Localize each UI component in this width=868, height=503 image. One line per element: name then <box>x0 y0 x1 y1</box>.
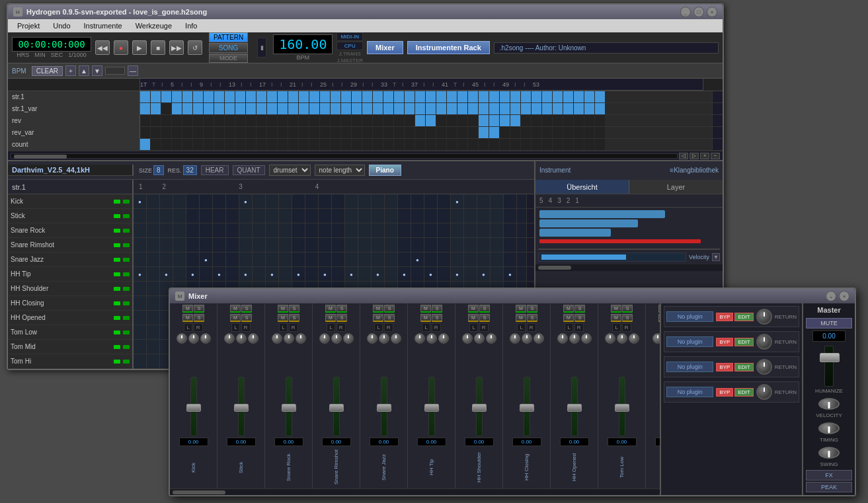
ch-s-btn-3[interactable]: S <box>336 305 347 313</box>
led-green-3[interactable] <box>114 243 120 247</box>
led-green-6[interactable] <box>114 287 120 291</box>
ch-knob-2-1[interactable] <box>248 333 258 344</box>
rec-button[interactable]: ● <box>114 40 128 55</box>
maximize-button[interactable]: □ <box>693 7 704 17</box>
track-cell[interactable] <box>182 139 193 150</box>
ch-m-btn-1[interactable]: M <box>230 305 241 313</box>
track-cell[interactable] <box>584 115 595 126</box>
master-fx-btn[interactable]: FX <box>806 470 852 481</box>
drum-beat[interactable] <box>160 194 173 208</box>
drum-beat[interactable] <box>239 267 253 281</box>
drum-beat[interactable] <box>385 194 398 208</box>
track-cells-2[interactable] <box>140 115 712 126</box>
ch-knob-1-7[interactable] <box>522 333 532 344</box>
led-green-2[interactable] <box>114 229 120 233</box>
led-green-1[interactable] <box>114 214 120 218</box>
ch-fader-handle-0[interactable] <box>186 404 201 412</box>
drum-beat[interactable] <box>438 267 451 281</box>
ch-fader-track-2[interactable] <box>286 377 292 436</box>
led-green-9[interactable] <box>114 330 120 334</box>
drum-beat[interactable] <box>213 252 226 266</box>
drum-beat[interactable] <box>266 252 279 266</box>
ch-knob-1-1[interactable] <box>236 333 247 344</box>
ch-s-btn2-0[interactable]: S <box>194 314 204 322</box>
ch-knob-2-6[interactable] <box>486 333 496 344</box>
piano-button[interactable]: Piano <box>369 165 401 176</box>
drum-beat[interactable] <box>385 238 398 252</box>
down-button[interactable]: ▼ <box>92 65 102 76</box>
drum-beat[interactable] <box>253 267 266 281</box>
drum-beat[interactable] <box>372 223 385 237</box>
color-picker[interactable] <box>105 67 125 75</box>
drum-beat[interactable] <box>160 252 173 266</box>
track-cell[interactable] <box>394 127 405 138</box>
track-cell[interactable] <box>309 91 320 102</box>
track-cell[interactable] <box>415 127 426 138</box>
drum-beat[interactable] <box>173 209 186 223</box>
ch-knob-2-7[interactable] <box>533 333 544 344</box>
track-cell[interactable] <box>542 139 553 150</box>
scroll-plus-btn[interactable]: + <box>700 153 709 159</box>
track-cell[interactable] <box>193 127 204 138</box>
ch-m-btn2-3[interactable]: M <box>325 314 336 322</box>
track-cell[interactable] <box>383 127 394 138</box>
quant-button[interactable]: QUANT <box>233 165 265 175</box>
ch-s-btn2-2[interactable]: S <box>289 314 299 322</box>
drum-beat[interactable] <box>266 267 279 281</box>
drum-beat[interactable] <box>134 209 147 223</box>
ch-fader-track-9[interactable] <box>619 377 625 436</box>
drum-beat[interactable] <box>504 223 517 237</box>
fx-byp-btn-1[interactable]: BYP <box>716 338 733 346</box>
drum-beat[interactable] <box>398 238 411 252</box>
track-cell[interactable] <box>140 103 151 114</box>
track-cell[interactable] <box>225 103 235 114</box>
ch-s-btn-7[interactable]: S <box>527 305 537 313</box>
play-button[interactable]: ▶ <box>132 40 147 55</box>
ch-m-btn2-0[interactable]: M <box>182 314 193 322</box>
drum-beat[interactable] <box>239 209 253 223</box>
drum-beat[interactable] <box>504 267 517 281</box>
drum-beat[interactable] <box>279 267 292 281</box>
ch-s-btn-5[interactable]: S <box>432 305 442 313</box>
ch-m-btn-7[interactable]: M <box>516 305 526 313</box>
track-cell[interactable] <box>256 115 267 126</box>
drum-beat[interactable] <box>464 267 477 281</box>
drum-beat[interactable] <box>160 238 173 252</box>
track-cell[interactable] <box>204 139 214 150</box>
drum-beat[interactable] <box>305 267 319 281</box>
drum-beat[interactable] <box>345 267 358 281</box>
track-cell[interactable] <box>256 103 267 114</box>
scroll-left-btn[interactable]: ◁ <box>679 153 688 159</box>
track-cell[interactable] <box>362 127 373 138</box>
drum-beat[interactable] <box>226 238 239 252</box>
drum-beat[interactable] <box>160 209 173 223</box>
drum-beat[interactable] <box>438 209 451 223</box>
track-cell[interactable] <box>331 103 341 114</box>
drum-beat[interactable] <box>411 194 424 208</box>
track-cell[interactable] <box>140 115 151 126</box>
track-cell[interactable] <box>256 91 267 102</box>
track-cell[interactable] <box>574 91 584 102</box>
track-cell[interactable] <box>426 115 436 126</box>
track-cell[interactable] <box>436 115 447 126</box>
track-cell[interactable] <box>383 91 394 102</box>
ch-fader-track-7[interactable] <box>524 377 530 436</box>
led-green2-3[interactable] <box>123 243 130 247</box>
drum-beat[interactable] <box>266 194 279 208</box>
drum-beat[interactable] <box>438 238 451 252</box>
menu-info[interactable]: Info <box>178 20 204 31</box>
led-green2-11[interactable] <box>123 360 130 364</box>
drum-beat[interactable] <box>253 252 266 266</box>
track-cell[interactable] <box>331 91 341 102</box>
ch-knob-0-0[interactable] <box>177 333 187 344</box>
track-cell[interactable] <box>447 139 457 150</box>
track-cell[interactable] <box>394 91 405 102</box>
track-cell[interactable] <box>426 103 436 114</box>
track-cell[interactable] <box>373 91 383 102</box>
track-cell[interactable] <box>278 91 288 102</box>
track-cell[interactable] <box>373 115 383 126</box>
drum-beat[interactable] <box>173 194 186 208</box>
track-cell[interactable] <box>521 103 532 114</box>
drum-beat[interactable] <box>279 238 292 252</box>
track-cell[interactable] <box>574 115 584 126</box>
